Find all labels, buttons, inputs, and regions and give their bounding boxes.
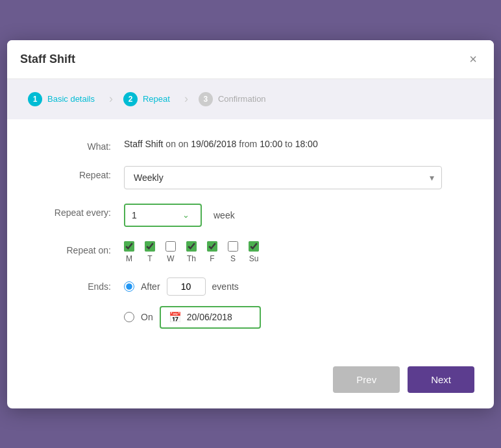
day-col-Su: Su — [249, 241, 259, 263]
day-label-Su: Su — [249, 254, 259, 263]
day-col-Th: Th — [186, 241, 197, 263]
ends-after-radio[interactable] — [124, 281, 134, 292]
day-checkbox-S[interactable] — [228, 241, 238, 252]
step-3-number: 3 — [199, 92, 213, 106]
step-1-number: 1 — [28, 92, 42, 106]
what-from-word: from — [239, 139, 260, 149]
day-label-M: M — [126, 254, 132, 263]
repeat-every-row: Repeat every: ⌄ week — [33, 204, 468, 227]
ends-on-date-input[interactable] — [187, 312, 252, 322]
days-row: M T W Th — [124, 241, 259, 263]
step-1-label: Basic details — [47, 94, 95, 104]
modal-overlay: Staff Shift × 1 Basic details › 2 Repeat… — [0, 0, 501, 448]
day-label-W: W — [167, 254, 174, 263]
ends-row: Ends: After events On — [33, 277, 468, 329]
next-button[interactable]: Next — [408, 366, 474, 393]
step-1[interactable]: 1 Basic details — [20, 88, 106, 110]
modal-header: Staff Shift × — [7, 40, 494, 79]
what-time-end: 18:00 — [295, 139, 318, 149]
ends-content: After events On 📅 — [124, 277, 468, 329]
day-checkbox-T[interactable] — [145, 241, 155, 252]
day-checkbox-W[interactable] — [165, 241, 176, 252]
day-checkbox-Th[interactable] — [186, 241, 197, 252]
what-to-word: to — [285, 139, 295, 149]
modal-body: What: Staff Shift on on 19/06/2018 from … — [7, 119, 494, 356]
repeat-every-input-wrapper: ⌄ — [124, 204, 202, 227]
day-checkbox-Su[interactable] — [249, 241, 259, 252]
day-col-S: S — [228, 241, 238, 263]
step-2-label: Repeat — [143, 94, 170, 104]
what-time-start: 10:00 — [260, 139, 282, 149]
modal-footer: Prev Next — [7, 356, 494, 408]
day-label-T: T — [147, 254, 152, 263]
modal-title: Staff Shift — [20, 53, 75, 66]
ends-after-unit: events — [212, 281, 239, 292]
what-date: 19/06/2018 — [191, 139, 236, 149]
repeat-row: Repeat: Weekly Daily Monthly ▾ — [33, 166, 468, 189]
day-label-F: F — [210, 254, 214, 263]
ends-on-text: On — [141, 312, 153, 322]
repeat-every-content: ⌄ week — [124, 204, 468, 227]
day-label-Th: Th — [187, 254, 196, 263]
step-3-label: Confirmation — [218, 94, 266, 104]
repeat-select-wrapper: Weekly Daily Monthly ▾ — [124, 166, 442, 189]
repeat-on-row: Repeat on: M T W — [33, 241, 468, 263]
step-arrow-2: › — [184, 92, 188, 106]
close-button[interactable]: × — [465, 51, 481, 68]
day-checkbox-F[interactable] — [207, 241, 217, 252]
ends-after-option: After events — [124, 277, 261, 296]
day-col-M: M — [124, 241, 134, 263]
steps-bar: 1 Basic details › 2 Repeat › 3 Confirmat… — [7, 79, 494, 119]
ends-on-date-wrapper: 📅 — [160, 306, 261, 329]
repeat-label: Repeat: — [33, 166, 124, 180]
repeat-every-input[interactable] — [125, 205, 177, 226]
step-2-number: 2 — [123, 92, 138, 106]
repeat-every-unit: week — [214, 210, 235, 220]
spinner-down-button[interactable]: ⌄ — [177, 207, 195, 222]
ends-after-text: After — [141, 281, 160, 292]
what-text: Staff Shift on on 19/06/2018 from 10:00 … — [124, 137, 318, 151]
what-label: What: — [33, 137, 124, 152]
ends-on-radio[interactable] — [124, 312, 134, 322]
ends-label: Ends: — [33, 277, 124, 292]
staff-shift-modal: Staff Shift × 1 Basic details › 2 Repeat… — [7, 40, 494, 408]
day-checkbox-M[interactable] — [124, 241, 134, 252]
ends-on-option: On 📅 — [124, 306, 261, 329]
what-on: on — [165, 139, 176, 149]
prev-button[interactable]: Prev — [333, 366, 400, 393]
repeat-on-label: Repeat on: — [33, 241, 124, 255]
day-col-T: T — [145, 241, 155, 263]
repeat-on-content: M T W Th — [124, 241, 468, 263]
calendar-icon: 📅 — [169, 311, 182, 324]
what-on-word: on — [178, 139, 191, 149]
what-row: What: Staff Shift on on 19/06/2018 from … — [33, 137, 468, 152]
what-value: Staff Shift — [124, 139, 163, 149]
repeat-every-label: Repeat every: — [33, 204, 124, 218]
day-col-W: W — [165, 241, 176, 263]
repeat-content: Weekly Daily Monthly ▾ — [124, 166, 468, 189]
step-2[interactable]: 2 Repeat — [116, 88, 182, 110]
ends-options: After events On 📅 — [124, 277, 261, 329]
repeat-select[interactable]: Weekly Daily Monthly — [124, 166, 442, 189]
day-col-F: F — [207, 241, 217, 263]
step-arrow-1: › — [109, 92, 113, 106]
ends-after-input[interactable] — [167, 277, 206, 296]
what-content: Staff Shift on on 19/06/2018 from 10:00 … — [124, 137, 468, 151]
step-3[interactable]: 3 Confirmation — [191, 88, 278, 110]
day-label-S: S — [230, 254, 236, 263]
